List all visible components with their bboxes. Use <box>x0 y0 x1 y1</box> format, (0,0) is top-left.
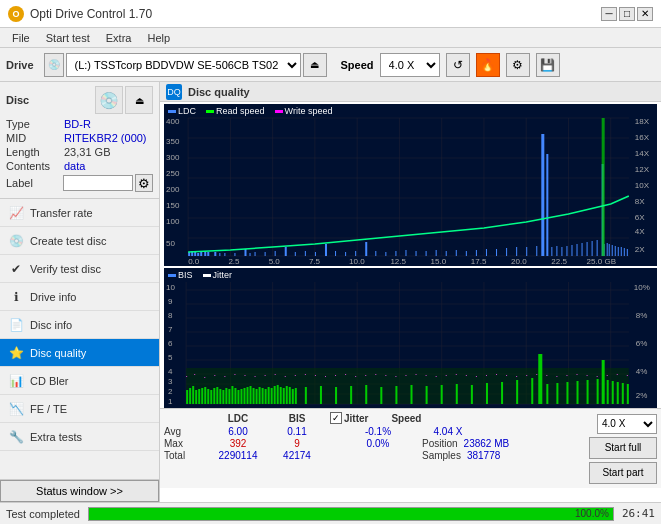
status-window-button[interactable]: Status window >> <box>0 480 159 502</box>
save-button[interactable]: 💾 <box>536 53 560 77</box>
burn-button[interactable]: 🔥 <box>476 53 500 77</box>
svg-text:10: 10 <box>166 283 175 292</box>
total-bis: 42174 <box>272 450 322 461</box>
ldc-chart-svg: 400 350 300 250 200 150 100 50 18X 16X 1… <box>164 104 657 266</box>
svg-rect-50 <box>546 154 548 256</box>
sidebar-item-drive-info[interactable]: ℹ Drive info <box>0 283 159 311</box>
svg-rect-232 <box>335 375 336 376</box>
svg-rect-165 <box>228 389 230 404</box>
svg-text:4: 4 <box>168 367 173 376</box>
svg-rect-208 <box>566 382 568 404</box>
sidebar-item-label: Create test disc <box>30 235 106 247</box>
svg-rect-161 <box>216 387 218 404</box>
svg-text:4X: 4X <box>635 227 645 236</box>
svg-rect-226 <box>275 374 276 375</box>
minimize-button[interactable]: ─ <box>601 7 617 21</box>
svg-rect-176 <box>262 388 264 404</box>
svg-rect-257 <box>587 375 588 376</box>
progress-bar <box>89 508 613 520</box>
sidebar-item-label: Disc info <box>30 319 72 331</box>
sidebar-item-disc-info[interactable]: 📄 Disc info <box>0 311 159 339</box>
svg-rect-96 <box>615 246 616 256</box>
start-part-button[interactable]: Start part <box>589 462 657 484</box>
disc-header-icons: 💿 ⏏ <box>95 86 153 114</box>
svg-rect-95 <box>612 245 613 256</box>
svg-rect-153 <box>192 386 194 404</box>
svg-rect-230 <box>315 375 316 376</box>
menu-extra[interactable]: Extra <box>98 30 140 46</box>
sidebar-item-fe-te[interactable]: 📉 FE / TE <box>0 395 159 423</box>
svg-text:4%: 4% <box>636 367 648 376</box>
svg-rect-243 <box>446 375 447 376</box>
disc-label-input[interactable] <box>63 175 133 191</box>
status-text: Test completed <box>6 508 80 520</box>
svg-text:10.0: 10.0 <box>349 257 365 266</box>
sidebar-item-transfer-rate[interactable]: 📈 Transfer rate <box>0 199 159 227</box>
time-display: 26:41 <box>622 507 655 520</box>
svg-rect-196 <box>395 386 397 404</box>
nav-items: 📈 Transfer rate 💿 Create test disc ✔ Ver… <box>0 199 159 479</box>
refresh-button[interactable]: ↺ <box>446 53 470 77</box>
stats-speed-select[interactable]: 4.0 X <box>597 414 657 434</box>
sidebar-item-cd-bler[interactable]: 📊 CD Bler <box>0 367 159 395</box>
svg-rect-44 <box>214 252 216 256</box>
disc-type-value: BD-R <box>64 118 91 130</box>
eject-button[interactable]: ⏏ <box>303 53 327 77</box>
svg-rect-261 <box>627 375 628 376</box>
status-section: Status window >> <box>0 479 159 502</box>
disc-label-btn[interactable]: ⚙ <box>135 174 153 192</box>
svg-text:12X: 12X <box>635 165 650 174</box>
svg-text:200: 200 <box>166 185 180 194</box>
fe-te-icon: 📉 <box>8 401 24 417</box>
svg-rect-181 <box>277 385 279 404</box>
sidebar-item-create-test-disc[interactable]: 💿 Create test disc <box>0 227 159 255</box>
svg-rect-94 <box>609 244 610 256</box>
svg-rect-98 <box>621 247 622 256</box>
disc-image-icon: 💿 <box>95 86 123 114</box>
svg-rect-223 <box>244 375 245 376</box>
menu-file[interactable]: File <box>4 30 38 46</box>
disc-panel: Disc 💿 ⏏ Type BD-R MID RITEKBR2 (000) Le… <box>0 82 159 199</box>
svg-rect-49 <box>541 134 544 256</box>
settings-button[interactable]: ⚙ <box>506 53 530 77</box>
close-button[interactable]: ✕ <box>637 7 653 21</box>
svg-rect-70 <box>426 251 427 256</box>
drive-select[interactable]: (L:) TSSTcorp BDDVDW SE-506CB TS02 <box>66 53 301 77</box>
menu-help[interactable]: Help <box>139 30 178 46</box>
create-test-disc-icon: 💿 <box>8 233 24 249</box>
svg-rect-178 <box>268 387 270 404</box>
svg-text:100: 100 <box>166 217 180 226</box>
svg-rect-260 <box>617 374 618 375</box>
svg-rect-239 <box>405 375 406 376</box>
action-buttons: 4.0 X Start full Start part <box>589 412 657 485</box>
svg-rect-72 <box>446 251 447 256</box>
disc-length-row: Length 23,31 GB <box>6 146 153 158</box>
start-full-button[interactable]: Start full <box>589 437 657 459</box>
jitter-checkbox[interactable]: ✓ <box>330 412 342 424</box>
svg-rect-248 <box>496 374 497 375</box>
svg-rect-204 <box>516 380 518 404</box>
svg-text:17.5: 17.5 <box>471 257 487 266</box>
stats-bar: LDC BIS ✓ Jitter Speed Avg 6.00 0.11 -0.… <box>160 408 661 488</box>
stats-table: LDC BIS ✓ Jitter Speed Avg 6.00 0.11 -0.… <box>164 412 589 485</box>
svg-rect-73 <box>456 250 457 256</box>
disc-contents-value: data <box>64 160 85 172</box>
bis-legend: BIS Jitter <box>168 270 232 280</box>
speed-select[interactable]: 4.0 X <box>380 53 440 77</box>
ldc-legend: LDC Read speed Write speed <box>168 106 332 116</box>
svg-rect-220 <box>214 375 215 376</box>
avg-label: Avg <box>164 426 204 437</box>
svg-rect-217 <box>186 376 187 377</box>
disc-quality-header: DQ Disc quality <box>160 82 661 102</box>
svg-rect-227 <box>285 376 286 377</box>
sidebar-item-verify-test-disc[interactable]: ✔ Verify test disc <box>0 255 159 283</box>
maximize-button[interactable]: □ <box>619 7 635 21</box>
position-value: 23862 MB <box>464 438 510 449</box>
disc-label-label: Label <box>6 177 63 189</box>
menu-start-test[interactable]: Start test <box>38 30 98 46</box>
svg-rect-203 <box>501 382 503 404</box>
disc-quality-icon-header: DQ <box>166 84 182 100</box>
sidebar-item-extra-tests[interactable]: 🔧 Extra tests <box>0 423 159 451</box>
sidebar-item-disc-quality[interactable]: ⭐ Disc quality <box>0 339 159 367</box>
drive-icon: 💿 <box>44 53 64 77</box>
